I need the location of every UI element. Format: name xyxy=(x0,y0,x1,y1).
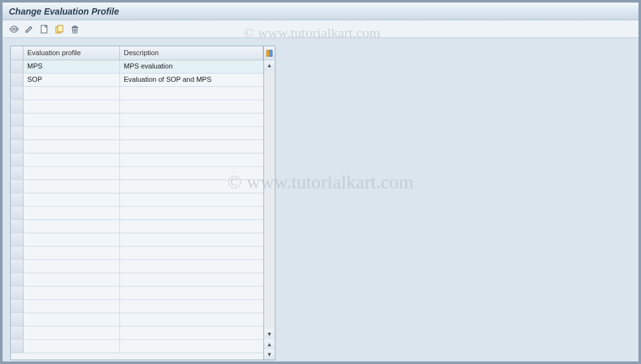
row-selector[interactable] xyxy=(11,273,23,286)
table-row[interactable]: MPSMPS evaluation xyxy=(11,60,263,74)
row-selector[interactable] xyxy=(11,327,23,339)
cell-description[interactable] xyxy=(120,193,263,206)
table-row[interactable] xyxy=(11,260,263,273)
cell-profile[interactable] xyxy=(23,180,120,193)
cell-profile[interactable] xyxy=(23,273,120,286)
cell-description[interactable]: Evaluation of SOP and MPS xyxy=(120,74,263,86)
cell-profile[interactable] xyxy=(23,327,120,339)
table-row[interactable] xyxy=(11,87,263,100)
cell-description[interactable] xyxy=(120,247,263,259)
table-row[interactable] xyxy=(11,180,263,193)
table-row[interactable] xyxy=(11,220,263,233)
table-row[interactable] xyxy=(11,287,263,300)
cell-description[interactable] xyxy=(120,100,263,113)
table-row[interactable]: SOPEvaluation of SOP and MPS xyxy=(11,74,263,87)
row-selector[interactable] xyxy=(11,220,23,233)
scroll-down-icon[interactable]: ▼ xyxy=(264,329,275,339)
table-row[interactable] xyxy=(11,340,263,353)
row-selector[interactable] xyxy=(11,193,23,206)
cell-profile[interactable] xyxy=(23,340,120,353)
vertical-scrollbar[interactable]: ▲ ▼ ▲ ▼ xyxy=(264,46,275,360)
cell-profile[interactable] xyxy=(23,153,120,166)
table-row[interactable] xyxy=(11,127,263,140)
row-selector[interactable] xyxy=(11,114,23,126)
row-selector[interactable] xyxy=(11,153,23,166)
scroll-up-icon[interactable]: ▲ xyxy=(264,60,275,70)
row-selector[interactable] xyxy=(11,233,23,246)
cell-profile[interactable] xyxy=(23,287,120,299)
cell-description[interactable] xyxy=(120,340,263,353)
row-selector[interactable] xyxy=(11,87,23,100)
table-row[interactable] xyxy=(11,233,263,247)
delete-icon[interactable] xyxy=(69,23,81,36)
cell-description[interactable] xyxy=(120,220,263,233)
table-row[interactable] xyxy=(11,140,263,153)
scroll-track[interactable] xyxy=(264,70,275,329)
table-row[interactable] xyxy=(11,167,263,180)
edit-icon[interactable] xyxy=(23,23,36,36)
cell-profile[interactable] xyxy=(23,247,120,259)
table-config-icon[interactable] xyxy=(264,46,275,60)
cell-description[interactable] xyxy=(120,114,263,126)
row-selector[interactable] xyxy=(11,74,23,86)
cell-profile[interactable] xyxy=(23,100,120,113)
row-selector[interactable] xyxy=(11,207,23,219)
cell-description[interactable] xyxy=(120,233,263,246)
cell-description[interactable] xyxy=(120,140,263,153)
cell-profile[interactable] xyxy=(23,114,120,126)
cell-description[interactable] xyxy=(120,300,263,313)
column-header-profile[interactable]: Evaluation profile xyxy=(23,46,120,60)
cell-description[interactable] xyxy=(120,327,263,339)
cell-profile[interactable]: MPS xyxy=(23,60,120,73)
cell-description[interactable] xyxy=(120,260,263,273)
new-icon[interactable] xyxy=(38,23,51,36)
row-selector[interactable] xyxy=(11,140,23,153)
row-selector[interactable] xyxy=(11,313,23,326)
row-selector[interactable] xyxy=(11,127,23,140)
scroll-down2-icon[interactable]: ▼ xyxy=(264,349,275,360)
cell-profile[interactable] xyxy=(23,233,120,246)
row-selector[interactable] xyxy=(11,300,23,313)
cell-profile[interactable] xyxy=(23,260,120,273)
cell-profile[interactable] xyxy=(23,220,120,233)
cell-description[interactable] xyxy=(120,87,263,100)
table-row[interactable] xyxy=(11,193,263,207)
row-selector[interactable] xyxy=(11,287,23,299)
select-all-handle[interactable] xyxy=(11,46,23,60)
table-row[interactable] xyxy=(11,247,263,260)
cell-profile[interactable] xyxy=(23,127,120,140)
cell-description[interactable] xyxy=(120,127,263,140)
cell-description[interactable] xyxy=(120,207,263,219)
row-selector[interactable] xyxy=(11,180,23,193)
copy-icon[interactable] xyxy=(53,23,66,36)
row-selector[interactable] xyxy=(11,100,23,113)
cell-description[interactable] xyxy=(120,153,263,166)
cell-profile[interactable] xyxy=(23,300,120,313)
table-row[interactable] xyxy=(11,114,263,127)
table-row[interactable] xyxy=(11,313,263,327)
table-row[interactable] xyxy=(11,153,263,167)
cell-profile[interactable] xyxy=(23,167,120,179)
scroll-up2-icon[interactable]: ▲ xyxy=(264,339,275,349)
table-row[interactable] xyxy=(11,100,263,114)
table-row[interactable] xyxy=(11,300,263,313)
column-header-description[interactable]: Description xyxy=(120,46,263,60)
table-row[interactable] xyxy=(11,207,263,220)
cell-profile[interactable] xyxy=(23,207,120,219)
display-icon[interactable] xyxy=(8,23,20,36)
row-selector[interactable] xyxy=(11,247,23,259)
cell-description[interactable] xyxy=(120,180,263,193)
row-selector[interactable] xyxy=(11,260,23,273)
cell-profile[interactable] xyxy=(23,313,120,326)
cell-description[interactable] xyxy=(120,167,263,179)
row-selector[interactable] xyxy=(11,167,23,179)
cell-description[interactable]: MPS evaluation xyxy=(120,60,263,73)
cell-profile[interactable] xyxy=(23,140,120,153)
cell-description[interactable] xyxy=(120,313,263,326)
row-selector[interactable] xyxy=(11,60,23,73)
cell-description[interactable] xyxy=(120,287,263,299)
cell-profile[interactable] xyxy=(23,87,120,100)
cell-description[interactable] xyxy=(120,273,263,286)
cell-profile[interactable] xyxy=(23,193,120,206)
row-selector[interactable] xyxy=(11,340,23,353)
